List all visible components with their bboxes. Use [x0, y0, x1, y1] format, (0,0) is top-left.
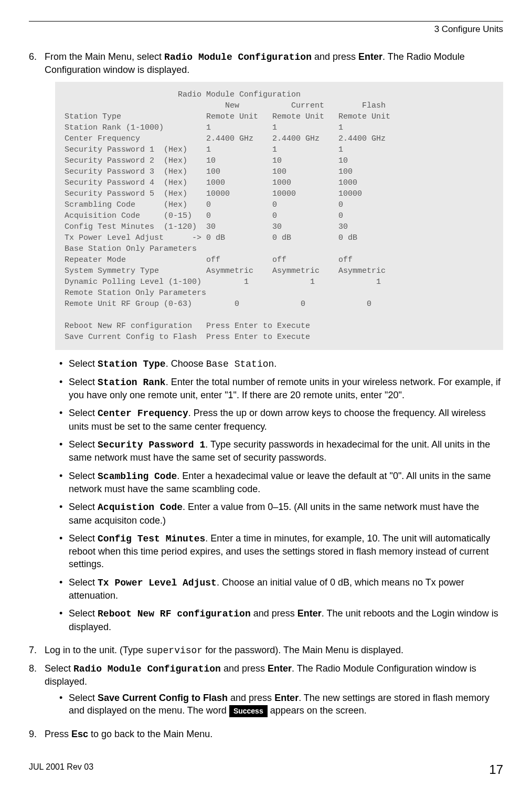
code: Reboot New RF configuration — [98, 609, 251, 619]
step-6: 6. From the Main Menu, select Radio Modu… — [29, 50, 503, 639]
bullet-tx-power-level: Select Tx Power Level Adjust. Choose an … — [59, 576, 503, 602]
step-number: 6. — [29, 50, 45, 639]
step-number: 9. — [29, 728, 45, 740]
step-number: 7. — [29, 644, 45, 657]
mono-value: Base Station — [206, 359, 274, 369]
bullet-station-rank: Select Station Rank. Enter the total num… — [59, 376, 503, 402]
code: Station Type — [98, 359, 166, 369]
step-body: Log in to the unit. (Type supervisor for… — [45, 644, 503, 657]
terminal-screenshot: Radio Module Configuration New Current F… — [55, 82, 503, 350]
step8-bullets: Select Save Current Config to Flash and … — [45, 692, 503, 717]
chapter-title: 3 Configure Units — [434, 24, 503, 34]
code: Security Password 1 — [98, 440, 205, 450]
step-body: Press Esc to go back to the Main Menu. — [45, 728, 503, 740]
key-name: Enter — [358, 51, 382, 62]
key-name: Enter — [274, 693, 299, 703]
code: Acquistion Code — [98, 502, 183, 513]
key-name: Enter — [268, 663, 292, 674]
key-name: Esc — [71, 729, 88, 739]
bullet-config-test-minutes: Select Config Test Minutes. Enter a time… — [59, 532, 503, 571]
bullet-reboot-new-rf: Select Reboot New RF configuration and p… — [59, 607, 503, 633]
success-chip: Success — [229, 705, 268, 717]
bullet-center-frequency: Select Center Frequency. Press the up or… — [59, 407, 503, 433]
bullet-acquistion-code: Select Acquistion Code. Enter a value fr… — [59, 501, 503, 527]
page-number: 17 — [489, 761, 503, 778]
text: From the Main Menu, select — [45, 51, 164, 62]
bullet-security-password: Select Security Password 1. Type securit… — [59, 438, 503, 464]
text: and press — [312, 51, 358, 62]
page-header: 3 Configure Units — [29, 21, 503, 36]
step-9: 9. Press Esc to go back to the Main Menu… — [29, 728, 503, 740]
menu-item-code: Radio Module Configuration — [164, 52, 312, 62]
step-number: 8. — [29, 662, 45, 722]
step-7: 7. Log in to the unit. (Type supervisor … — [29, 644, 503, 657]
code: Scambling Code — [98, 471, 177, 482]
bold-text: Save Current Config to Flash — [98, 693, 228, 703]
code: Station Rank — [98, 377, 166, 388]
footer-left: JUL 2001 Rev 03 — [29, 761, 93, 778]
step-body: Select Radio Module Configuration and pr… — [45, 662, 503, 722]
code: Radio Module Configuration — [73, 664, 221, 674]
code: Config Test Minutes — [98, 534, 205, 544]
step-8: 8. Select Radio Module Configuration and… — [29, 662, 503, 722]
step-body: From the Main Menu, select Radio Module … — [45, 50, 503, 639]
mono-value: supervisor — [146, 645, 203, 656]
page-footer: JUL 2001 Rev 03 17 — [29, 761, 503, 778]
step6-bullets: Select Station Type. Choose Base Station… — [45, 357, 503, 633]
key-name: Enter — [297, 608, 322, 619]
code: Center Frequency — [98, 408, 188, 419]
bullet-station-type: Select Station Type. Choose Base Station… — [59, 357, 503, 370]
code: Tx Power Level Adjust — [98, 578, 217, 588]
bullet-scambling-code: Select Scambling Code. Enter a hexadecim… — [59, 470, 503, 496]
bullet-save-flash: Select Save Current Config to Flash and … — [59, 692, 503, 717]
